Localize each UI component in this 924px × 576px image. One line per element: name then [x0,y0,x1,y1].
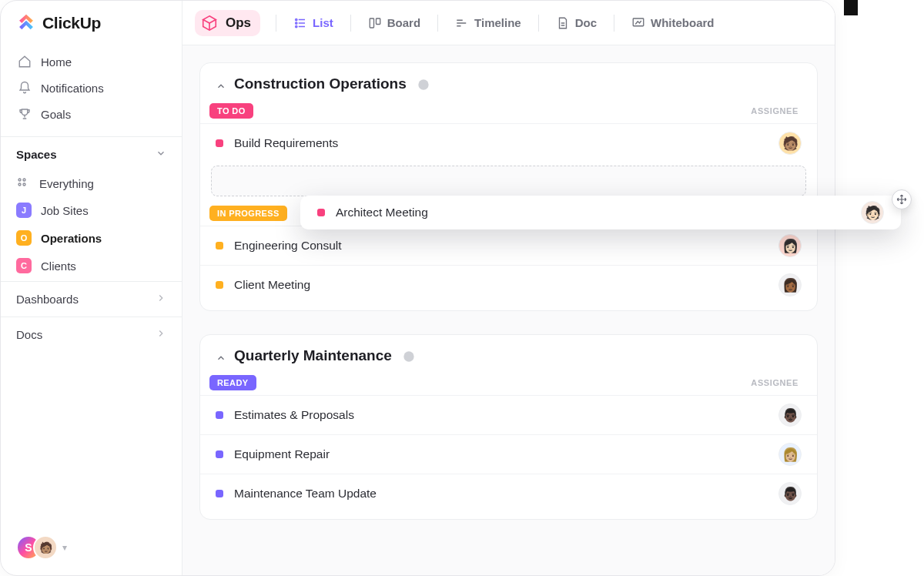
primary-nav: Home Notifications Goals [1,47,182,129]
assignee-avatar[interactable]: 🧑🏽 [778,132,802,155]
status-chip[interactable]: IN PROGRESS [209,206,287,221]
spaces-header[interactable]: Spaces [1,136,182,169]
clickup-logo-icon [16,13,36,33]
doc-icon [556,16,570,30]
status-chip[interactable]: TO DO [209,103,253,119]
section-label: Dashboards [16,293,79,306]
list-icon [293,16,307,30]
task-row[interactable]: Build Requirements 🧑🏽 [200,123,817,162]
divider [437,15,438,32]
svg-point-11 [403,351,413,361]
view-tab-board[interactable]: Board [367,13,422,33]
view-tab-list[interactable]: List [292,13,335,33]
assignee-avatar[interactable]: 🧑🏻 [861,201,884,224]
dragged-task-card[interactable]: Architect Meeting 🧑🏻 [300,196,901,229]
view-tab-doc[interactable]: Doc [554,13,598,33]
task-row[interactable]: Engineering Consult 👩🏻 [200,226,817,265]
status-dot [317,209,325,216]
nav-notifications[interactable]: Notifications [7,75,176,101]
space-badge[interactable]: Ops [195,10,260,36]
assignee-avatar[interactable]: 👨🏿 [778,404,802,427]
svg-point-0 [18,179,21,181]
task-name: Build Requirements [234,136,338,150]
status-dot [216,281,223,289]
divider [276,15,276,32]
list-card-construction: Construction Operations TO DO ASSIGNEE B… [199,62,818,311]
status-header-ready: READY ASSIGNEE [200,372,817,395]
divider [538,15,539,32]
list-card-quarterly: Quarterly Maintenance READY ASSIGNEE Est… [199,334,818,520]
decorative-corner [844,0,858,15]
space-operations[interactable]: O Operations [7,224,176,252]
list-header[interactable]: Quarterly Maintenance [200,347,817,372]
assignee-avatar[interactable]: 👩🏼 [778,443,802,466]
divider [614,15,614,32]
task-dropzone[interactable] [211,166,806,196]
status-header-todo: TO DO ASSIGNEE [200,100,817,123]
caret-down-icon: ▾ [62,542,67,553]
chevron-up-icon [216,79,226,89]
space-label: Clients [41,260,76,273]
home-icon [18,55,32,69]
docs-section[interactable]: Docs [1,316,182,352]
space-name: Ops [226,15,251,31]
status-dot [216,242,223,249]
bell-icon [18,81,32,95]
space-chip: C [16,258,32,273]
view-label: Whiteboard [651,16,715,29]
status-dot [216,411,223,419]
assignee-avatar[interactable]: 👩🏻 [778,234,802,257]
space-everything[interactable]: Everything [7,170,176,196]
task-name: Architect Meeting [336,206,428,219]
task-row[interactable]: Client Meeting 👩🏾 [200,265,817,304]
space-label: Job Sites [41,204,89,217]
view-tab-whiteboard[interactable]: Whiteboard [630,13,716,33]
svg-point-5 [296,22,297,23]
view-label: Board [387,16,420,29]
logo[interactable]: ClickUp [1,13,182,47]
topbar: Ops List Board Timeline Doc [182,1,835,45]
view-label: List [313,16,333,29]
spaces-header-label: Spaces [16,148,57,161]
space-job-sites[interactable]: J Job Sites [7,196,176,224]
task-row[interactable]: Equipment Repair 👩🏼 [200,434,817,474]
whiteboard-icon [631,16,645,30]
timeline-icon [455,16,469,30]
chevron-up-icon [216,350,226,361]
info-icon[interactable] [403,350,415,362]
cube-icon [201,15,218,32]
nav-goals[interactable]: Goals [7,101,176,127]
space-list: Everything J Job Sites O Operations C Cl… [1,169,182,281]
svg-point-6 [296,25,297,27]
space-chip: J [16,203,32,218]
assignee-avatar[interactable]: 👩🏾 [778,273,802,296]
task-name: Client Meeting [234,278,310,292]
list-title: Construction Operations [234,75,407,92]
content: Construction Operations TO DO ASSIGNEE B… [182,45,835,543]
view-tab-timeline[interactable]: Timeline [454,13,523,33]
section-label: Docs [16,328,42,341]
task-row[interactable]: Maintenance Team Update 👨🏿 [200,474,817,513]
trophy-icon [18,107,32,121]
divider [350,15,351,32]
grid-icon [16,176,30,190]
assignee-avatar[interactable]: 👨🏿 [778,482,802,505]
logo-text: ClickUp [42,14,101,32]
workspace-switcher[interactable]: S 🧑🏽 [16,535,58,560]
assignee-column-header: ASSIGNEE [751,106,798,116]
chevron-right-icon [156,328,166,341]
status-chip[interactable]: READY [209,375,256,390]
svg-point-10 [418,79,428,89]
app-frame: ClickUp Home Notifications Goals Spaces [0,0,835,576]
assignee-column-header: ASSIGNEE [751,378,798,387]
list-title: Quarterly Maintenance [234,347,392,364]
info-icon[interactable] [417,78,430,90]
nav-home[interactable]: Home [7,49,176,75]
space-clients[interactable]: C Clients [7,252,176,280]
svg-point-4 [296,18,297,20]
svg-point-1 [23,179,25,181]
dashboards-section[interactable]: Dashboards [1,281,182,316]
list-header[interactable]: Construction Operations [200,75,817,100]
task-row[interactable]: Estimates & Proposals 👨🏿 [200,395,817,434]
board-icon [368,16,382,30]
